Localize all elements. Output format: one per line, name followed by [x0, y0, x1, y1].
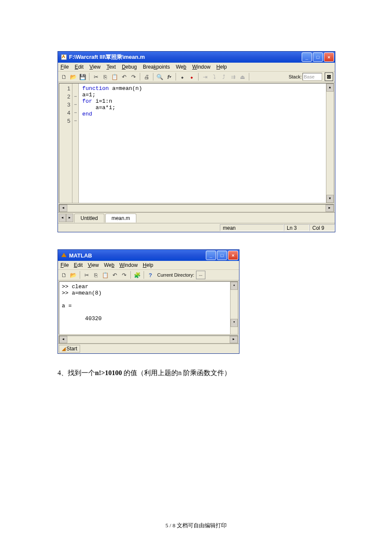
scroll-right-icon[interactable]: ▸: [326, 205, 334, 212]
minimize-button[interactable]: _: [206, 251, 216, 260]
console-text: >> clear >> a=mean(8) a = 40320: [62, 283, 235, 322]
start-bar: ◢ Start: [58, 344, 239, 353]
matlab-titlebar[interactable]: MATLAB _ □ ×: [58, 250, 239, 261]
menu-edit[interactable]: Edit: [74, 262, 83, 268]
status-col: Col 9: [309, 224, 335, 231]
redo-icon[interactable]: ↷: [129, 72, 138, 81]
command-console[interactable]: >> clear >> a=mean(8) a = 40320 ▴ ▾: [59, 281, 238, 335]
editor-vscrollbar[interactable]: ▴ ▾: [326, 84, 334, 203]
console-hscrollbar[interactable]: ◂ ▸: [59, 335, 238, 344]
scroll-up-icon[interactable]: ▴: [231, 282, 238, 290]
maximize-button[interactable]: □: [313, 52, 323, 62]
document-text: 4、找到一个n!>10100 的值（利用上题的n 阶乘函数文件）: [58, 369, 231, 378]
editor-window: F:\Warcraft III\覃照乘\mean.m _ □ × FileEdi…: [58, 51, 335, 232]
open-file-icon[interactable]: 📂: [69, 271, 78, 279]
menu-edit[interactable]: Edit: [75, 64, 84, 70]
menu-help[interactable]: Help: [143, 262, 153, 268]
editor-title: F:\Warcraft III\覃照乘\mean.m: [69, 53, 302, 61]
menu-view[interactable]: View: [89, 64, 101, 70]
undo-icon[interactable]: ↶: [110, 271, 119, 279]
menu-file[interactable]: File: [61, 64, 69, 70]
editor-menubar: FileEditViewTextDebugBreakpointsWebWindo…: [58, 63, 335, 71]
cut-icon[interactable]: ✂: [92, 72, 100, 81]
code-editor[interactable]: function a=mean(n) a=1; for i=1:n a=a*i;…: [79, 84, 326, 203]
menu-text[interactable]: Text: [107, 64, 116, 70]
menu-help[interactable]: Help: [216, 64, 227, 70]
paste-icon[interactable]: 📋: [110, 72, 119, 81]
open-file-icon[interactable]: 📂: [69, 72, 78, 81]
close-file-button[interactable]: ⊠: [325, 72, 333, 81]
editor-statusbar: mean Ln 3 Col 9: [58, 223, 335, 232]
stack-select[interactable]: [303, 73, 322, 81]
close-button[interactable]: ×: [324, 52, 334, 62]
clear-breakpoint-icon[interactable]: ⬥: [187, 72, 196, 81]
scroll-down-icon[interactable]: ▾: [326, 195, 334, 203]
scroll-left-icon[interactable]: ◂: [59, 205, 67, 212]
new-file-icon[interactable]: 🗋: [60, 72, 68, 81]
cut-icon[interactable]: ✂: [82, 271, 91, 279]
undo-icon[interactable]: ↶: [120, 72, 128, 81]
step-icon[interactable]: ⇥: [201, 72, 209, 81]
menu-window[interactable]: Window: [192, 64, 210, 70]
paste-icon[interactable]: 📋: [101, 271, 110, 279]
editor-hscrollbar[interactable]: ◂ ▸: [59, 204, 334, 212]
menu-view[interactable]: View: [88, 262, 99, 268]
current-dir-label: Current Directory:: [157, 272, 194, 278]
scroll-up-icon[interactable]: ▴: [326, 84, 334, 92]
set-breakpoint-icon[interactable]: ⬥: [178, 72, 187, 81]
matlab-toolbar: 🗋 📂 ✂ ⎘ 📋 ↶ ↷ 🧩 ? Current Directory: ...: [58, 269, 239, 280]
redo-icon[interactable]: ↷: [120, 271, 128, 279]
help-icon[interactable]: ?: [146, 271, 155, 279]
matlab-menubar: FileEditViewWebWindowHelp: [58, 261, 239, 269]
fold-gutter: −−−−: [72, 84, 79, 203]
continue-icon[interactable]: ⇉: [229, 72, 237, 81]
tab-mean[interactable]: mean.m: [105, 214, 136, 223]
status-function: mean: [220, 224, 284, 231]
minimize-button[interactable]: _: [302, 52, 312, 62]
menu-web[interactable]: Web: [104, 262, 114, 268]
console-vscrollbar[interactable]: ▴ ▾: [230, 282, 238, 334]
new-file-icon[interactable]: 🗋: [60, 271, 68, 279]
editor-tabs: ◂ ▸ Untitled mean.m: [58, 212, 335, 223]
maximize-button[interactable]: □: [217, 251, 227, 260]
start-icon: ◢: [62, 346, 66, 352]
menu-web[interactable]: Web: [176, 64, 186, 70]
matlab-title: MATLAB: [69, 252, 206, 259]
menu-file[interactable]: File: [61, 262, 69, 268]
menu-debug[interactable]: Debug: [122, 64, 137, 70]
scroll-down-icon[interactable]: ▾: [231, 319, 238, 327]
step-out-icon[interactable]: ⤴: [219, 72, 228, 81]
editor-titlebar[interactable]: F:\Warcraft III\覃照乘\mean.m _ □ ×: [58, 52, 335, 63]
scroll-right-icon[interactable]: ▸: [230, 336, 238, 343]
menu-window[interactable]: Window: [119, 262, 138, 268]
find-icon[interactable]: 🔍: [156, 72, 164, 81]
copy-icon[interactable]: ⎘: [92, 271, 100, 279]
line-gutter: 12345: [59, 84, 72, 203]
matlab-icon: [61, 252, 67, 259]
close-button[interactable]: ×: [228, 251, 238, 260]
function-icon[interactable]: f▾: [165, 72, 173, 81]
start-button[interactable]: ◢ Start: [59, 345, 80, 353]
matlab-window: MATLAB _ □ × FileEditViewWebWindowHelp 🗋…: [58, 249, 239, 354]
exit-debug-icon[interactable]: ⏏: [238, 72, 247, 81]
code-area: 12345 −−−− function a=mean(n) a=1; for i…: [59, 83, 334, 203]
step-in-icon[interactable]: ⤵: [210, 72, 219, 81]
simulink-icon[interactable]: 🧩: [133, 271, 141, 279]
status-line: Ln 3: [284, 224, 309, 231]
tab-untitled[interactable]: Untitled: [74, 214, 104, 223]
editor-toolbar: 🗋 📂 💾 ✂ ⎘ 📋 ↶ ↷ 🖨 🔍 f▾ ⬥ ⬥ ⇥ ⤵ ⤴ ⇉ ⏏ Sta…: [58, 71, 335, 82]
tab-next-button[interactable]: ▸: [66, 214, 73, 222]
save-icon[interactable]: 💾: [78, 72, 87, 81]
stack-label: Stack:: [288, 74, 302, 79]
scroll-left-icon[interactable]: ◂: [59, 336, 67, 343]
tab-prev-button[interactable]: ◂: [59, 214, 66, 222]
window-buttons: _ □ ×: [206, 251, 238, 260]
print-icon[interactable]: 🖨: [142, 72, 151, 81]
page-footer: 5 / 8 文档可自由编辑打印: [0, 522, 392, 529]
window-buttons: _ □ ×: [302, 52, 334, 62]
browse-dir-button[interactable]: ...: [196, 271, 205, 279]
question-text: 4、找到一个n!>10100 的值（利用上题的n 阶乘函数文件）: [58, 369, 231, 376]
copy-icon[interactable]: ⎘: [101, 72, 110, 81]
matlab-editor-icon: [61, 54, 67, 61]
menu-breakpoints[interactable]: Breakpoints: [143, 64, 170, 70]
